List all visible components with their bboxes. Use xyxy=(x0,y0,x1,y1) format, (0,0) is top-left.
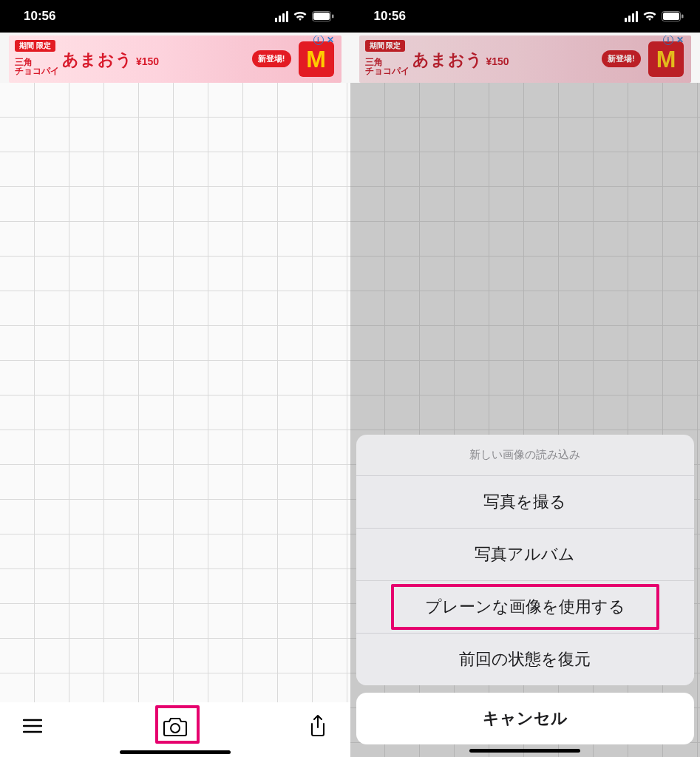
ad-info-icon[interactable]: i xyxy=(313,35,324,45)
wifi-icon xyxy=(293,11,307,21)
battery-icon xyxy=(662,11,684,21)
ad-price: ¥150 xyxy=(136,55,159,67)
ad-close-icon[interactable]: ✕ xyxy=(676,35,684,45)
status-right xyxy=(275,11,334,22)
cellular-icon xyxy=(275,11,288,22)
status-bar: 10:56 xyxy=(350,0,701,33)
ad-info-controls[interactable]: i ✕ xyxy=(663,35,684,45)
share-icon xyxy=(309,715,327,737)
svg-rect-1 xyxy=(313,13,330,20)
home-indicator[interactable] xyxy=(469,749,580,753)
status-time: 10:56 xyxy=(374,9,406,24)
camera-button[interactable] xyxy=(160,711,190,741)
ad-banner[interactable]: 期間 限定 三角 チョコパイ あまおう ¥150 新登場! M i ✕ xyxy=(359,35,692,83)
share-button[interactable] xyxy=(303,711,333,741)
phone-left: 10:56 期間 限定 三角 チョコパイ あまおう ¥150 新登場! M xyxy=(0,0,350,757)
ad-info-icon[interactable]: i xyxy=(663,35,673,45)
mcdonalds-logo: M xyxy=(299,41,334,77)
mcdonalds-logo: M xyxy=(648,41,684,77)
ad-close-icon[interactable]: ✕ xyxy=(327,35,334,45)
action-sheet: 新しい画像の読み込み 写真を撮る 写真アルバム プレーンな画像を使用する 前回の… xyxy=(350,435,701,757)
sheet-item-use-plain-image[interactable]: プレーンな画像を使用する xyxy=(356,580,695,633)
menu-button[interactable] xyxy=(18,711,47,741)
ad-tag: 期間 限定 xyxy=(15,40,55,52)
sheet-title: 新しい画像の読み込み xyxy=(356,435,695,475)
sheet-item-photo-album[interactable]: 写真アルバム xyxy=(356,528,695,580)
phone-right: 10:56 期間 限定 三角 チョコパイ あまおう ¥150 新登場! M xyxy=(350,0,701,757)
drawing-canvas[interactable] xyxy=(0,83,350,702)
sheet-item-take-photo[interactable]: 写真を撮る xyxy=(356,475,695,528)
svg-point-3 xyxy=(171,724,180,733)
battery-icon xyxy=(312,11,334,21)
wifi-icon xyxy=(642,11,657,21)
ad-info-controls[interactable]: i ✕ xyxy=(313,35,334,45)
sheet-item-restore-previous[interactable]: 前回の状態を復元 xyxy=(356,633,695,685)
status-right xyxy=(625,11,684,22)
ad-title: あまおう xyxy=(412,52,483,68)
sheet-cancel-button[interactable]: キャンセル xyxy=(356,693,695,744)
status-time: 10:56 xyxy=(24,9,55,24)
cellular-icon xyxy=(625,11,638,22)
svg-rect-6 xyxy=(682,15,684,18)
ad-price: ¥150 xyxy=(486,55,509,67)
ad-pill: 新登場! xyxy=(602,50,641,67)
ad-title: あまおう xyxy=(62,52,133,68)
ad-subtitle: 三角 チョコパイ xyxy=(15,58,59,75)
status-bar: 10:56 xyxy=(0,0,350,33)
ad-tag: 期間 限定 xyxy=(365,40,406,52)
bottom-toolbar xyxy=(0,702,350,757)
ad-pill: 新登場! xyxy=(252,50,291,67)
home-indicator[interactable] xyxy=(120,750,231,754)
svg-rect-2 xyxy=(332,15,334,18)
hamburger-icon xyxy=(23,719,42,733)
camera-icon xyxy=(163,716,188,736)
svg-rect-5 xyxy=(663,13,679,20)
ad-subtitle: 三角 チョコパイ xyxy=(365,58,410,75)
ad-banner[interactable]: 期間 限定 三角 チョコパイ あまおう ¥150 新登場! M i ✕ xyxy=(9,35,341,83)
